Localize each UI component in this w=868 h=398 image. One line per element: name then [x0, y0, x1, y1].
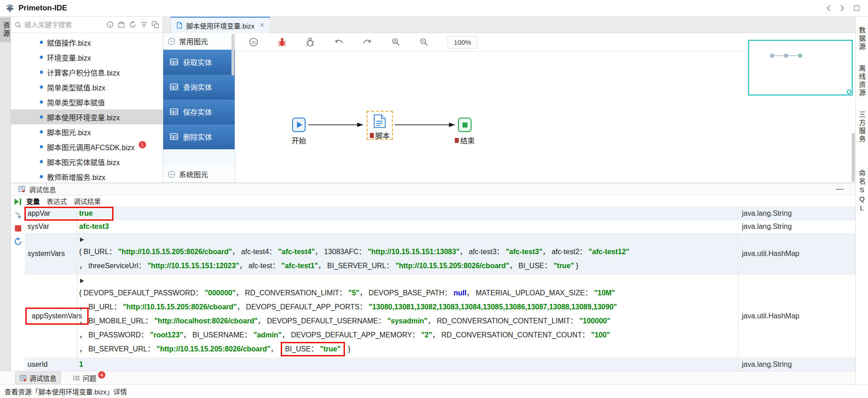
palette: 常用图元获取实体查询实体保存实体删除实体系统图元	[163, 33, 235, 183]
dock-tab-resources[interactable]: 资源	[0, 18, 11, 42]
tree-item[interactable]: 脚本图元.bizx	[11, 124, 163, 139]
palette-item-label: 保存实体	[183, 106, 212, 117]
tree-item[interactable]: 简单类型赋值.bizx	[11, 80, 163, 95]
zoom-in-icon[interactable]	[392, 38, 401, 47]
annotation-box: BI_USE： "true"	[281, 342, 345, 356]
collapse-group-icon	[168, 38, 175, 45]
tree-item[interactable]: 脚本使用环境变量.bizx	[11, 109, 163, 124]
search-toolbar: a	[106, 21, 159, 28]
bullet-icon	[40, 100, 43, 104]
rerun-icon[interactable]	[14, 237, 22, 246]
expand-icon[interactable]	[80, 279, 84, 283]
script-node-icon	[373, 114, 387, 128]
minimap[interactable]	[748, 40, 853, 95]
tree-item[interactable]: 教师新增服务.bizx	[11, 169, 163, 183]
debug-tab-0[interactable]: 变量	[26, 196, 40, 206]
debug-tab-2[interactable]: 调试结果	[74, 196, 101, 206]
debug-config-icon[interactable]	[306, 37, 315, 47]
variable-type: java.lang.String	[738, 207, 855, 220]
collapse-panel-icon[interactable]: —	[836, 185, 844, 194]
palette-scrollbar[interactable]	[231, 34, 234, 76]
package-icon[interactable]	[118, 21, 125, 28]
nav-forward-icon[interactable]	[840, 5, 844, 12]
dock-tab-datasource[interactable]: 数据源	[857, 23, 867, 55]
modified-marker-icon	[455, 138, 459, 143]
undo-icon[interactable]	[334, 38, 344, 46]
bottom-tabbar: 调试信息问题4	[0, 371, 855, 384]
svg-text:ID: ID	[252, 40, 256, 45]
tree-item-label: 环境变量.bizx	[47, 52, 91, 63]
titlebar: Primeton-IDE	[0, 0, 868, 17]
bullet-icon	[40, 56, 43, 59]
left-dock: 资源	[0, 17, 11, 371]
search-input[interactable]	[24, 21, 83, 28]
variable-name: appSystemVars	[25, 275, 77, 358]
tree-item[interactable]: 赋值操作.bizx	[11, 35, 163, 50]
tree-item[interactable]: 脚本图元实体赋值.bizx	[11, 154, 163, 169]
tree-item[interactable]: 环境变量.bizx	[11, 50, 163, 65]
terminate-icon[interactable]	[15, 225, 21, 232]
window-icon[interactable]	[854, 5, 860, 11]
variable-type: java.lang.String	[738, 220, 855, 233]
diagram-icon[interactable]	[151, 21, 159, 28]
debug-toolbar	[11, 195, 25, 371]
step-icon[interactable]	[14, 212, 22, 219]
end-node-icon	[458, 118, 472, 132]
canvas-scrollbar[interactable]	[852, 133, 855, 182]
resume-icon[interactable]	[14, 198, 22, 206]
bottom-tab-problems[interactable]: 问题4	[73, 373, 105, 383]
tree-item[interactable]: 简单类型脚本赋值	[11, 95, 163, 109]
variable-value: 1	[77, 358, 738, 371]
expand-icon[interactable]	[80, 237, 84, 242]
tree-item-label: 赋值操作.bizx	[47, 37, 91, 48]
resource-tree: 赋值操作.bizx环境变量.bizx计算客户积分信息.bizx简单类型赋值.bi…	[11, 33, 163, 183]
variable-name: appVar	[25, 207, 77, 220]
dock-tab-offline-resources[interactable]: 离线资源	[857, 61, 867, 101]
node-script[interactable]: 脚本	[367, 111, 393, 140]
node-start[interactable]: 开始	[283, 118, 315, 146]
debug-main: 变量表达式调试结果 appVartruejava.lang.StringsysV…	[25, 195, 855, 371]
bullet-icon	[40, 85, 43, 89]
tree-item-label: 简单类型赋值.bizx	[47, 82, 105, 93]
palette-group-system[interactable]: 系统图元	[163, 166, 235, 183]
bullet-icon	[40, 160, 43, 163]
refresh-icon[interactable]	[129, 21, 137, 28]
canvas-area[interactable]: ID 100% 开始 脚本 结束	[235, 33, 855, 183]
status-text: 查看资源「脚本使用环境变量.bizx」详情	[5, 387, 127, 396]
editor-tab[interactable]: 脚本使用环境变量.bizx ×	[170, 17, 270, 33]
filter-icon[interactable]	[140, 21, 148, 28]
palette-group-common[interactable]: 常用图元	[163, 33, 235, 50]
palette-item-3[interactable]: 删除实体	[163, 124, 235, 149]
debug-run-icon[interactable]	[278, 37, 287, 47]
variable-name-text: userId	[28, 360, 47, 369]
zoom-level[interactable]: 100%	[448, 36, 477, 48]
palette-item-0[interactable]: 获取实体	[163, 50, 235, 75]
palette-item-label: 删除实体	[183, 131, 212, 142]
entity-icon	[170, 132, 179, 141]
variable-name: systemVars	[25, 233, 77, 274]
tab-close-icon[interactable]: ×	[260, 21, 264, 30]
tree-item[interactable]: 脚本图元调用AFCSDK.bizx1	[11, 139, 163, 154]
dock-tab-named-sql[interactable]: 命名SQL	[857, 166, 867, 217]
redo-icon[interactable]	[363, 38, 373, 46]
variable-row-systemVars: systemVars{ BI_URL： "http://10.15.15.205…	[25, 233, 855, 275]
show-id-icon[interactable]: ID	[249, 37, 259, 47]
app-title: Primeton-IDE	[19, 4, 67, 13]
debug-tab-1[interactable]: 表达式	[47, 196, 67, 206]
bottom-tab-debug-info[interactable]: 调试信息	[15, 372, 61, 384]
variable-value: true	[77, 207, 738, 220]
match-icon[interactable]: a	[106, 21, 114, 28]
bullet-icon	[40, 145, 43, 148]
palette-item-1[interactable]: 查询实体	[163, 75, 235, 100]
palette-item-2[interactable]: 保存实体	[163, 100, 235, 124]
entity-icon	[170, 57, 179, 66]
tree-item[interactable]: 计算客户积分信息.bizx	[11, 65, 163, 80]
collapse-group-icon	[168, 171, 175, 178]
debug-panel: 调试信息 — 变量表达式调试结果 appVartruejava.lang.Str…	[11, 183, 855, 371]
dock-tab-third-party[interactable]: 三方服务	[857, 107, 867, 147]
zoom-out-icon[interactable]	[420, 38, 429, 47]
minimap-resize-handle[interactable]	[847, 90, 851, 94]
variable-value: afc-test3	[77, 220, 738, 233]
node-end[interactable]: 结束	[449, 118, 481, 146]
nav-back-icon[interactable]	[826, 5, 831, 12]
